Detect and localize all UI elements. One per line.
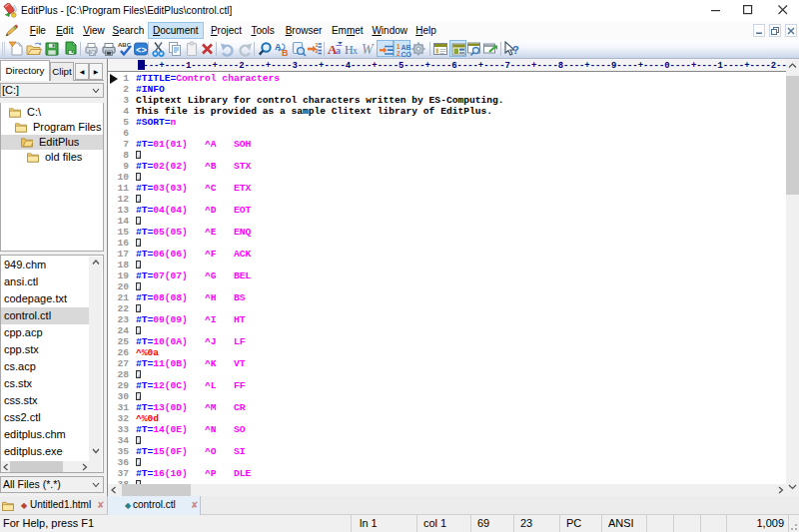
svg-text:<>: <> [136, 46, 147, 56]
svg-text:x: x [353, 45, 358, 56]
svg-text:2: 2 [316, 48, 319, 54]
svg-text:W: W [362, 42, 375, 57]
svg-text:2: 2 [397, 50, 400, 57]
svg-text:B: B [282, 48, 289, 58]
svg-text:1: 1 [397, 43, 400, 50]
svg-text:?: ? [512, 44, 519, 56]
svg-text:AB: AB [400, 43, 410, 50]
svg-text:CO: CO [400, 50, 411, 57]
svg-text:a: a [336, 45, 341, 56]
